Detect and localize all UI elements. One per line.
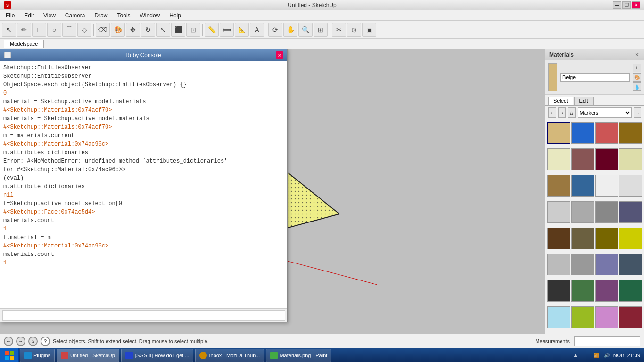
polygon-tool-button[interactable]: ◇ (77, 23, 91, 37)
material-swatch[interactable] (619, 306, 642, 328)
materials-create-button[interactable]: → (634, 107, 642, 118)
material-name-input[interactable]: Beige (560, 73, 630, 82)
material-swatch[interactable] (571, 306, 594, 328)
ruby-input-field[interactable] (2, 310, 285, 321)
menu-tools[interactable]: Tools (114, 11, 134, 20)
material-swatch[interactable] (571, 122, 594, 144)
ruby-close-button[interactable]: ✕ (276, 51, 283, 59)
close-button[interactable]: ✕ (632, 1, 640, 9)
taskbar-paint[interactable]: Materials.png - Paint (266, 349, 331, 362)
material-swatch[interactable] (619, 201, 642, 223)
volume-icon[interactable]: 🔊 (603, 352, 611, 359)
material-swatch[interactable] (547, 228, 570, 249)
materials-home-button[interactable]: ⌂ (568, 107, 576, 118)
materials-close-button[interactable]: ✕ (634, 51, 640, 58)
rb-line: Sketchup::EntitiesObserver (3, 72, 284, 81)
menu-window[interactable]: Window (136, 11, 164, 20)
material-swatch[interactable] (595, 228, 619, 249)
material-swatch[interactable] (571, 148, 594, 170)
orbit-tool-button[interactable]: ⟳ (268, 23, 282, 37)
material-swatch[interactable] (619, 280, 642, 302)
show-hidden-icon[interactable]: ▲ (572, 352, 579, 359)
materials-edit-tab[interactable]: Edit (574, 97, 594, 105)
text-tool-button[interactable]: A (250, 23, 264, 37)
menu-view[interactable]: View (40, 11, 59, 20)
material-swatch[interactable] (547, 306, 570, 328)
materials-back-button[interactable]: ← (548, 107, 556, 118)
status-back-button[interactable]: ← (4, 337, 13, 346)
move-tool-button[interactable]: ✥ (126, 23, 140, 37)
paint-icon (270, 352, 278, 359)
material-swatch[interactable] (547, 175, 570, 197)
dimension-tool-button[interactable]: ⟺ (220, 23, 234, 37)
material-swatch[interactable] (547, 254, 570, 275)
start-button[interactable] (0, 348, 19, 362)
status-forward-button[interactable]: → (16, 337, 25, 346)
material-swatch[interactable] (595, 306, 619, 328)
rectangle-tool-button[interactable]: □ (32, 23, 46, 37)
material-swatch[interactable] (547, 148, 570, 170)
material-swatch[interactable] (619, 228, 642, 249)
menu-help[interactable]: Help (165, 11, 185, 20)
material-swatch[interactable] (595, 148, 619, 170)
material-swatch[interactable] (571, 280, 594, 302)
taskbar-plugins[interactable]: Plugins (20, 349, 55, 362)
paint-tool-button[interactable]: 🎨 (111, 23, 125, 37)
material-sample-icon[interactable]: 💧 (633, 82, 641, 91)
zoom-tool-button[interactable]: 🔍 (298, 23, 313, 37)
materials-select-tab[interactable]: Select (548, 97, 573, 105)
materials-category-select[interactable]: Markers Brick and Cladding Colors Fencin… (578, 107, 632, 118)
eraser-tool-button[interactable]: ⌫ (96, 23, 110, 37)
material-swatch[interactable] (595, 122, 619, 144)
material-swatch[interactable] (595, 201, 619, 223)
minimize-button[interactable]: — (613, 1, 621, 9)
pan-tool-button[interactable]: ✋ (283, 23, 297, 37)
material-swatch[interactable] (571, 228, 594, 249)
material-swatch[interactable] (571, 201, 594, 223)
tape-tool-button[interactable]: 📏 (205, 23, 219, 37)
material-swatch[interactable] (619, 148, 642, 170)
help-button[interactable]: ? (41, 337, 50, 346)
modelspace-tab[interactable]: Modelspace (4, 40, 44, 48)
menu-draw[interactable]: Draw (91, 11, 112, 20)
pushpull-tool-button[interactable]: ⬛ (171, 23, 185, 37)
material-paint-icon[interactable]: 🎨 (633, 73, 641, 82)
material-swatch[interactable] (619, 122, 642, 144)
group-button[interactable]: ▣ (362, 23, 376, 37)
status-home-button[interactable]: ⌂ (28, 337, 38, 346)
zoom-extents-button[interactable]: ⊞ (314, 23, 328, 37)
menu-edit[interactable]: Edit (20, 11, 38, 20)
material-swatch[interactable] (595, 280, 619, 302)
offset-tool-button[interactable]: ⊡ (186, 23, 200, 37)
material-swatch[interactable] (619, 175, 642, 197)
material-swatch[interactable] (571, 175, 594, 197)
material-swatch[interactable] (547, 122, 570, 144)
restore-button[interactable]: ❐ (622, 1, 631, 9)
select-tool-button[interactable]: ↖ (2, 23, 16, 37)
scale-tool-button[interactable]: ⤡ (156, 23, 170, 37)
material-swatch[interactable] (547, 201, 570, 223)
menu-camera[interactable]: Camera (61, 11, 89, 20)
material-swatch[interactable] (595, 175, 619, 197)
taskbar-thunderbird[interactable]: Inbox - Mozilla Thun... (195, 349, 264, 362)
taskbar-sketchup[interactable]: Untitled - SketchUp (57, 349, 119, 362)
taskbar-sgs[interactable]: [SGS II] How do I get ... (121, 349, 194, 362)
ruby-output[interactable]: Sketchup::EntitiesObserver Sketchup::Ent… (0, 61, 287, 309)
pencil-tool-button[interactable]: ✏ (17, 23, 31, 37)
network-icon[interactable]: 📶 (593, 352, 600, 359)
material-swatch[interactable] (547, 280, 570, 302)
rotate-tool-button[interactable]: ↻ (141, 23, 155, 37)
menu-file[interactable]: File (2, 11, 18, 20)
measurements-input[interactable] (574, 336, 640, 346)
material-swatch[interactable] (595, 254, 619, 275)
circle-tool-button[interactable]: ○ (47, 23, 61, 37)
viewport[interactable]: Ruby Console ✕ Sketchup::EntitiesObserve… (0, 49, 545, 334)
material-swatch[interactable] (619, 254, 642, 275)
protractor-tool-button[interactable]: 📐 (235, 23, 249, 37)
material-swatch[interactable] (571, 254, 594, 275)
arc-tool-button[interactable]: ⌒ (62, 23, 76, 37)
material-add-icon[interactable]: + (633, 64, 641, 72)
section-cut-button[interactable]: ✂ (332, 23, 346, 37)
materials-forward-button[interactable]: → (558, 107, 566, 118)
component-button[interactable]: ⊙ (347, 23, 361, 37)
